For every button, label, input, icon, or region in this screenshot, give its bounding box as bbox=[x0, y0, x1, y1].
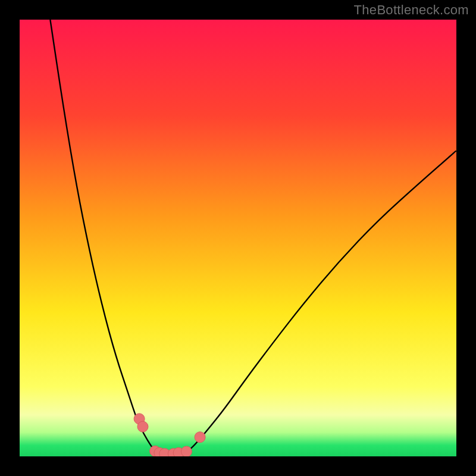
curve-layer bbox=[20, 20, 456, 456]
data-marker bbox=[137, 421, 148, 432]
watermark-text: TheBottleneck.com bbox=[354, 2, 469, 18]
data-marker bbox=[181, 446, 192, 456]
bottleneck-curve bbox=[50, 20, 456, 454]
plot-area bbox=[20, 20, 456, 456]
data-marker bbox=[195, 432, 205, 443]
chart-frame: TheBottleneck.com bbox=[0, 0, 476, 476]
